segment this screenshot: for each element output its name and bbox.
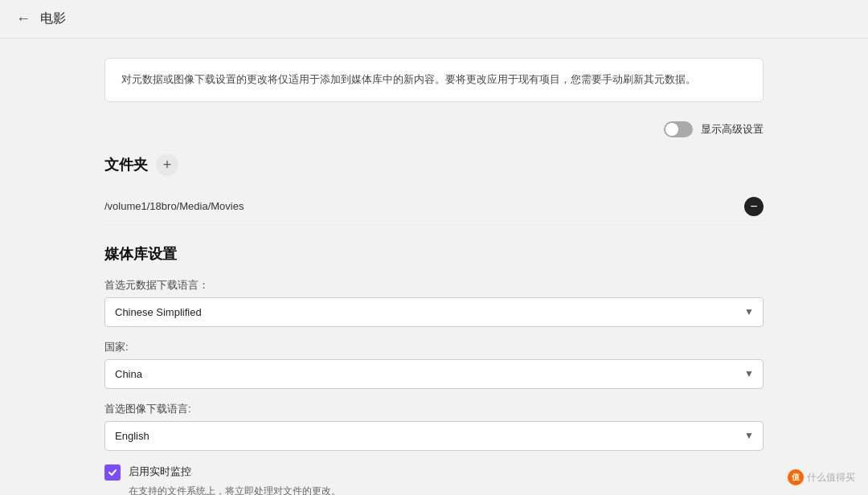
advanced-settings-label: 显示高级设置 [701,122,764,137]
realtime-monitor-checkbox[interactable] [104,464,121,481]
advanced-settings-toggle[interactable] [664,121,693,137]
image-language-select-wrapper: English Chinese Simplified Japanese ▼ [104,421,764,451]
country-label: 国家: [104,340,764,354]
app-header: ← 电影 [0,0,868,39]
country-select-wrapper: China United States Japan Korea ▼ [104,359,764,389]
folders-section-header: 文件夹 + [104,153,764,176]
folder-row: /volume1/18bro/Media/Movies − [104,189,764,225]
remove-folder-button[interactable]: − [744,197,764,216]
image-language-select[interactable]: English Chinese Simplified Japanese [104,421,764,451]
main-content: 对元数据或图像下载设置的更改将仅适用于添加到媒体库中的新内容。要将更改应用于现有… [88,39,780,495]
folder-path: /volume1/18bro/Media/Movies [104,200,244,212]
realtime-monitor-row: 启用实时监控 [104,464,764,481]
folders-title: 文件夹 [104,155,148,174]
realtime-monitor-desc: 在支持的文件系统上，将立即处理对文件的更改。 [129,484,764,495]
realtime-monitor-label: 启用实时监控 [129,464,191,480]
back-button[interactable]: ← [16,10,31,27]
add-folder-button[interactable]: + [156,153,178,176]
info-text: 对元数据或图像下载设置的更改将仅适用于添加到媒体库中的新内容。要将更改应用于现有… [121,73,696,85]
page-title: 电影 [40,10,66,27]
country-field: 国家: China United States Japan Korea ▼ [104,340,764,389]
image-language-field: 首选图像下载语言: English Chinese Simplified Jap… [104,402,764,451]
metadata-language-select-wrapper: Chinese Simplified English Japanese Kore… [104,297,764,327]
advanced-settings-row: 显示高级设置 [104,121,764,137]
watermark: 值 什么值得买 [788,469,855,485]
minus-icon: − [750,200,757,213]
country-select[interactable]: China United States Japan Korea [104,359,764,389]
watermark-logo: 值 [788,469,804,485]
image-language-label: 首选图像下载语言: [104,402,764,416]
info-box: 对元数据或图像下载设置的更改将仅适用于添加到媒体库中的新内容。要将更改应用于现有… [104,58,764,102]
metadata-language-field: 首选元数据下载语言： Chinese Simplified English Ja… [104,278,764,327]
metadata-language-select[interactable]: Chinese Simplified English Japanese Kore… [104,297,764,327]
checkmark-icon [108,468,117,477]
metadata-language-label: 首选元数据下载语言： [104,278,764,292]
library-settings-title: 媒体库设置 [104,244,764,264]
watermark-text: 什么值得买 [807,471,855,485]
